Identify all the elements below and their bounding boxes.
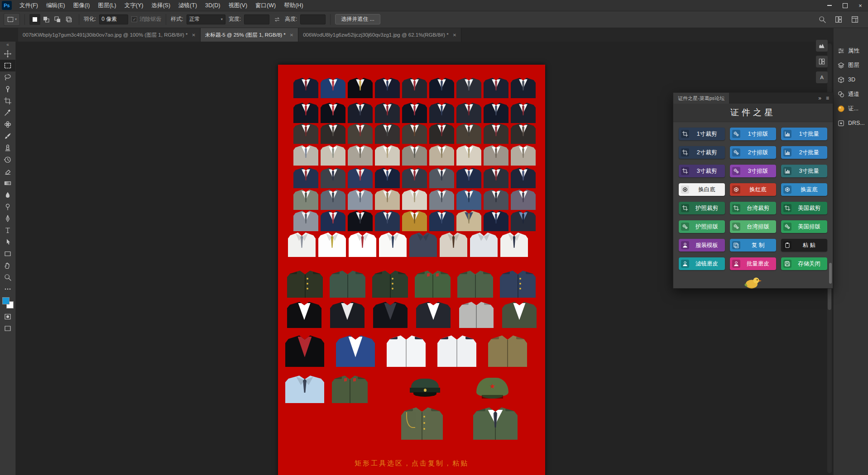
- suit-thumbnail[interactable]: [348, 210, 373, 231]
- uniform-thumbnail[interactable]: [415, 270, 451, 298]
- suit-thumbnail[interactable]: [348, 145, 373, 166]
- plugin-button[interactable]: 3寸批量: [781, 165, 827, 177]
- dock-collapsed-panel[interactable]: 证...: [834, 101, 868, 116]
- menu-item[interactable]: 文字(Y): [120, 0, 148, 11]
- suit-thumbnail[interactable]: [293, 167, 318, 188]
- dodge-tool[interactable]: [0, 201, 15, 213]
- woman-thumbnail[interactable]: [287, 301, 321, 328]
- canvas-document[interactable]: 矩形工具选区，点击复制，粘贴 ★: [278, 65, 545, 475]
- healing-tool[interactable]: [0, 119, 15, 130]
- suit-thumbnail[interactable]: [429, 77, 454, 98]
- suit-thumbnail[interactable]: [293, 102, 318, 123]
- suit-thumbnail[interactable]: [375, 77, 400, 98]
- suit-thumbnail[interactable]: [484, 167, 508, 188]
- hand-tool[interactable]: [0, 260, 15, 271]
- antialias-checkbox[interactable]: ✓ 消除锯齿: [131, 15, 161, 23]
- suit-thumbnail[interactable]: [402, 210, 427, 231]
- suit-thumbnail[interactable]: [321, 189, 345, 210]
- menu-item[interactable]: 选择(S): [147, 0, 174, 11]
- uniform-thumbnail[interactable]: [332, 375, 368, 403]
- arrange-documents-icon[interactable]: [834, 14, 844, 24]
- suit-thumbnail[interactable]: [321, 145, 345, 166]
- suit-thumbnail[interactable]: [511, 189, 536, 210]
- move-tool[interactable]: [0, 48, 15, 60]
- plugin-button[interactable]: 粘 贴: [781, 239, 827, 252]
- width-input[interactable]: [244, 14, 269, 24]
- close-button[interactable]: ×: [853, 0, 868, 11]
- suit-thumbnail[interactable]: [402, 123, 427, 144]
- menu-item[interactable]: 图像(I): [69, 0, 94, 11]
- plugin-button[interactable]: 换白底: [679, 183, 725, 196]
- suit-thumbnail[interactable]: [375, 189, 400, 210]
- woman-thumbnail[interactable]: [373, 301, 408, 328]
- plugin-button[interactable]: 批量磨皮: [730, 257, 776, 270]
- menu-item[interactable]: 文件(F): [15, 0, 42, 11]
- suit-thumbnail[interactable]: [484, 77, 508, 98]
- suit-thumbnail[interactable]: [375, 167, 400, 188]
- select-and-mask-button[interactable]: 选择并遮住 ...: [335, 14, 380, 24]
- suit-thumbnail[interactable]: [375, 145, 400, 166]
- suit-thumbnail[interactable]: [484, 189, 508, 210]
- plugin-button[interactable]: 护照裁剪: [679, 202, 725, 214]
- plugin-button[interactable]: 1寸排版: [730, 128, 776, 140]
- suit-thumbnail[interactable]: [484, 102, 508, 123]
- dock-panel-3D[interactable]: 3D: [834, 72, 868, 87]
- dock-panel-通道[interactable]: 通道: [834, 87, 868, 101]
- swap-dimensions-icon[interactable]: [273, 15, 282, 24]
- menu-item[interactable]: 视图(V): [224, 0, 251, 11]
- eyedropper-tool[interactable]: [0, 107, 15, 119]
- suit-thumbnail[interactable]: [321, 210, 345, 231]
- maximize-button[interactable]: [837, 0, 853, 11]
- suit-thumbnail[interactable]: [511, 210, 536, 231]
- photoshop-logo[interactable]: Ps: [2, 1, 12, 10]
- suit-thumbnail[interactable]: [375, 123, 400, 144]
- softcap-thumbnail[interactable]: ★: [476, 378, 509, 399]
- pen-tool[interactable]: [0, 213, 15, 224]
- suit-thumbnail[interactable]: [375, 102, 400, 123]
- shirt-thumbnail[interactable]: [318, 232, 346, 257]
- suit-thumbnail[interactable]: [348, 189, 373, 210]
- plugin-button[interactable]: 换蓝底: [781, 183, 827, 196]
- suit-thumbnail[interactable]: [484, 210, 508, 231]
- arrange-panels-icon[interactable]: [816, 56, 828, 67]
- uniform-thumbnail[interactable]: [459, 301, 494, 328]
- plugin-button[interactable]: 2寸排版: [730, 146, 776, 159]
- suit-thumbnail[interactable]: [348, 123, 373, 144]
- collapse-tool-strip-icon[interactable]: «: [6, 42, 9, 48]
- uniform-thumbnail[interactable]: [287, 270, 323, 298]
- menu-item[interactable]: 3D(D): [201, 0, 224, 11]
- suit-thumbnail[interactable]: [402, 167, 427, 188]
- intersect-selection-icon[interactable]: [63, 14, 74, 25]
- suit-thumbnail[interactable]: [293, 189, 318, 210]
- gradient-tool[interactable]: [0, 177, 15, 189]
- suit-thumbnail[interactable]: [321, 102, 345, 123]
- suit-thumbnail[interactable]: [456, 189, 481, 210]
- add-selection-icon[interactable]: [41, 14, 52, 25]
- shirt-thumbnail[interactable]: [349, 232, 376, 257]
- crop-tool[interactable]: [0, 95, 15, 107]
- suit-thumbnail[interactable]: [456, 77, 481, 98]
- suit-thumbnail[interactable]: [484, 123, 508, 144]
- suit-thumbnail[interactable]: [321, 167, 345, 188]
- plugin-button[interactable]: 3寸裁剪: [679, 165, 725, 177]
- brush-tool[interactable]: [0, 130, 15, 142]
- plugin-button[interactable]: 换红底: [730, 183, 776, 196]
- shirt-thumbnail[interactable]: [440, 232, 467, 257]
- blur-tool[interactable]: [0, 189, 15, 201]
- document-tab[interactable]: 007bKWbply1g7gum3c491j30ib0ov7ao.jpg @ 1…: [18, 28, 201, 42]
- suit-thumbnail[interactable]: [348, 102, 373, 123]
- plugin-button[interactable]: 3寸排版: [730, 165, 776, 177]
- lasso-tool[interactable]: [0, 71, 15, 83]
- zoom-tool[interactable]: [0, 271, 15, 283]
- woman-thumbnail[interactable]: [416, 301, 451, 328]
- plugin-button[interactable]: 存储关闭: [781, 257, 827, 270]
- suit-thumbnail[interactable]: [429, 123, 454, 144]
- path-select-tool[interactable]: [0, 236, 15, 248]
- uniform-thumbnail[interactable]: [473, 407, 518, 440]
- eraser-tool[interactable]: [0, 166, 15, 177]
- uniform-thumbnail[interactable]: [488, 335, 527, 367]
- suit-thumbnail[interactable]: [321, 77, 345, 98]
- suit-thumbnail[interactable]: [429, 167, 454, 188]
- suit-thumbnail[interactable]: [293, 210, 318, 231]
- collapse-panel-icon[interactable]: »: [818, 95, 821, 101]
